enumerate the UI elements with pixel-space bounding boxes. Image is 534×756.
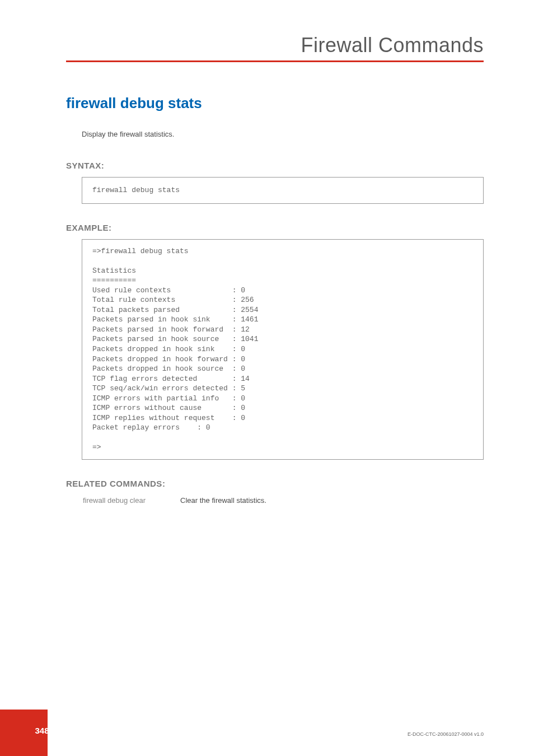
table-row: firewall debug clear Clear the firewall … [83, 496, 300, 505]
document-id: E-DOC-CTC-20061027-0004 v1.0 [407, 731, 484, 737]
related-commands-label: RELATED COMMANDS: [66, 479, 484, 488]
command-title: firewall debug stats [66, 95, 484, 112]
example-code-box: =>firewall debug stats Statistics ======… [82, 239, 484, 460]
page-number: 348 [0, 722, 84, 739]
page-footer: 348 E-DOC-CTC-20061027-0004 v1.0 [0, 722, 534, 739]
page-content: Firewall Commands firewall debug stats D… [0, 0, 534, 506]
related-command-name: firewall debug clear [83, 496, 179, 505]
title-rule [66, 60, 484, 62]
related-command-desc: Clear the firewall statistics. [180, 496, 300, 505]
syntax-label: SYNTAX: [66, 161, 484, 170]
syntax-code-box: firewall debug stats [82, 177, 484, 204]
related-commands-table: firewall debug clear Clear the firewall … [82, 495, 301, 506]
command-description: Display the firewall statistics. [82, 130, 484, 138]
page-title: Firewall Commands [66, 34, 484, 57]
example-label: EXAMPLE: [66, 223, 484, 232]
